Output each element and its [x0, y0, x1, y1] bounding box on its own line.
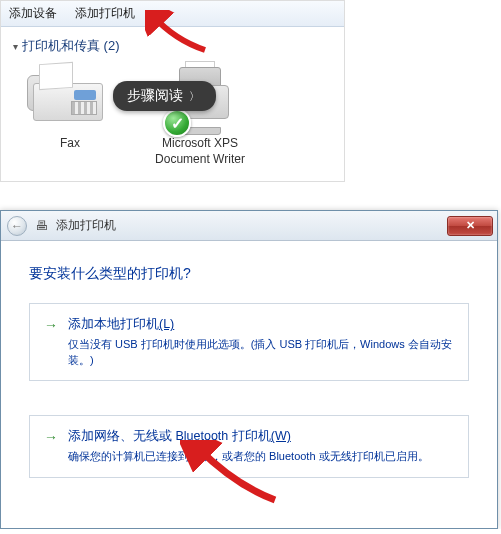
arrow-right-icon: →: [44, 317, 58, 368]
titlebar: ← 🖶 添加打印机 ✕: [1, 211, 497, 241]
back-button[interactable]: ←: [7, 216, 27, 236]
add-printer-wizard: ← 🖶 添加打印机 ✕ 要安装什么类型的打印机? → 添加本地打印机(L) 仅当…: [0, 210, 498, 528]
arrow-right-icon: →: [44, 429, 58, 464]
devices-window: 添加设备 添加打印机 ▾ 打印机和传真 (2) Fax: [0, 0, 345, 182]
wizard-heading: 要安装什么类型的打印机?: [29, 265, 469, 283]
step-reading-badge[interactable]: 步骤阅读 〉: [113, 81, 216, 111]
toolbar: 添加设备 添加打印机: [1, 1, 344, 27]
option-title: 添加网络、无线或 Bluetooth 打印机(W): [68, 428, 429, 445]
device-item-fax[interactable]: Fax: [15, 61, 125, 167]
category-header[interactable]: ▾ 打印机和传真 (2): [1, 27, 344, 61]
option-title: 添加本地打印机(L): [68, 316, 454, 333]
step-reading-label: 步骤阅读: [127, 87, 183, 105]
close-button[interactable]: ✕: [447, 216, 493, 236]
close-icon: ✕: [466, 219, 475, 232]
device-label: Microsoft XPS Document Writer: [145, 135, 255, 167]
window-title: 添加打印机: [56, 217, 116, 234]
chevron-right-icon: 〉: [189, 89, 200, 104]
add-printer-button[interactable]: 添加打印机: [75, 5, 135, 22]
device-item-xps[interactable]: ✓ Microsoft XPS Document Writer: [145, 61, 255, 167]
default-check-icon: ✓: [163, 109, 191, 137]
printer-glyph-icon: 🖶: [35, 218, 48, 233]
disclosure-triangle-icon: ▾: [13, 41, 18, 52]
option-local-printer[interactable]: → 添加本地打印机(L) 仅当没有 USB 打印机时使用此选项。(插入 USB …: [29, 303, 469, 381]
device-label: Fax: [60, 135, 80, 151]
fax-icon: [25, 61, 115, 131]
option-network-printer[interactable]: → 添加网络、无线或 Bluetooth 打印机(W) 确保您的计算机已连接到网…: [29, 415, 469, 477]
devices-area: Fax ✓ Microsoft XPS Document Writer 步骤阅读…: [1, 61, 344, 181]
add-device-button[interactable]: 添加设备: [9, 5, 57, 22]
option-desc: 仅当没有 USB 打印机时使用此选项。(插入 USB 打印机后，Windows …: [68, 337, 454, 368]
category-label: 打印机和传真 (2): [22, 37, 120, 55]
option-desc: 确保您的计算机已连接到网络，或者您的 Bluetooth 或无线打印机已启用。: [68, 449, 429, 464]
